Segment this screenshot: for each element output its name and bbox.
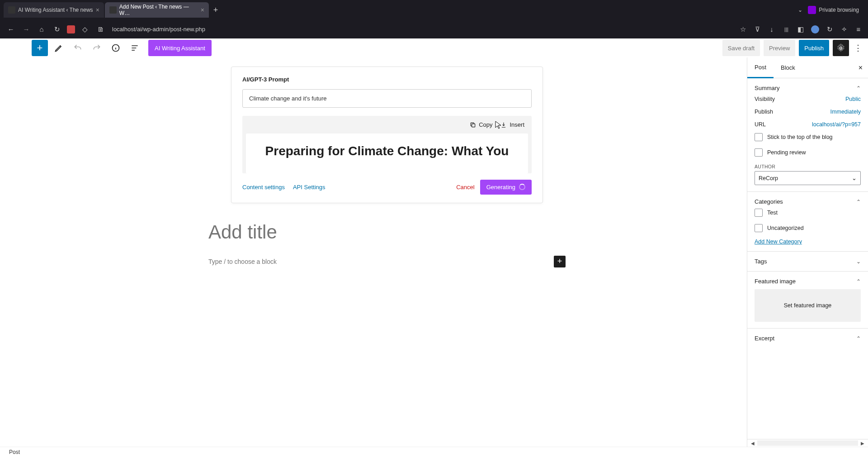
undo-button[interactable] bbox=[70, 40, 86, 56]
scroll-track[interactable] bbox=[757, 440, 858, 446]
extensions-icon[interactable]: ✧ bbox=[840, 25, 848, 33]
scroll-left-icon[interactable]: ◀ bbox=[751, 441, 755, 446]
chevron-down-icon: ⌄ bbox=[856, 258, 861, 265]
svg-point-2 bbox=[840, 47, 842, 49]
redo-button[interactable] bbox=[89, 40, 105, 56]
url-label: URL bbox=[755, 121, 766, 128]
publish-label: Publish bbox=[755, 109, 773, 115]
author-select[interactable]: ReCorp ⌄ bbox=[755, 171, 861, 185]
account-icon[interactable] bbox=[811, 25, 819, 33]
reload-button[interactable]: ↻ bbox=[52, 24, 62, 35]
details-button[interactable] bbox=[108, 40, 124, 56]
post-title-area: Add title Type / to choose a block + bbox=[208, 221, 566, 267]
summary-toggle[interactable]: Summary ⌃ bbox=[755, 85, 861, 91]
sticky-checkbox[interactable] bbox=[755, 133, 763, 141]
spinner-icon bbox=[519, 184, 525, 190]
excerpt-toggle[interactable]: Excerpt ⌃ bbox=[755, 335, 861, 342]
tab-block[interactable]: Block bbox=[774, 58, 802, 77]
edit-mode-button[interactable] bbox=[51, 40, 67, 56]
publish-value[interactable]: Immediately bbox=[830, 109, 861, 115]
tab-favicon bbox=[109, 6, 117, 14]
menu-icon[interactable]: ≡ bbox=[854, 25, 863, 33]
sidebar-hscroll: ◀ ▶ bbox=[747, 439, 868, 447]
close-sidebar-button[interactable]: × bbox=[853, 64, 868, 72]
cancel-button[interactable]: Cancel bbox=[456, 184, 474, 191]
category-label: Uncategorized bbox=[767, 225, 804, 231]
ai-writing-assistant-button[interactable]: AI Writing Assistant bbox=[148, 40, 212, 56]
admin-left-strip bbox=[0, 38, 27, 447]
publish-button[interactable]: Publish bbox=[799, 40, 829, 56]
chevron-down-icon: ⌄ bbox=[852, 175, 857, 181]
private-label: Private browsing bbox=[819, 7, 859, 13]
shield-icon[interactable]: ◇ bbox=[80, 24, 90, 35]
outline-button[interactable] bbox=[127, 40, 143, 56]
ai-output-text: Preparing for Climate Change: What You bbox=[246, 134, 528, 173]
ai-prompt-input[interactable] bbox=[242, 89, 532, 108]
block-inserter-button[interactable]: + bbox=[32, 40, 48, 56]
title-input[interactable]: Add title bbox=[208, 221, 566, 243]
api-settings-link[interactable]: API Settings bbox=[293, 184, 326, 191]
bookmark-icon[interactable]: ☆ bbox=[739, 25, 747, 33]
url-value[interactable]: localhost/ai/?p=957 bbox=[812, 121, 861, 128]
forward-button[interactable]: → bbox=[21, 24, 32, 35]
preview-button[interactable]: Preview bbox=[764, 40, 795, 56]
visibility-label: Visibility bbox=[755, 96, 775, 102]
set-featured-image-button[interactable]: Set featured image bbox=[755, 289, 861, 322]
ublock-icon[interactable] bbox=[67, 25, 75, 33]
address-bar: ← → ⌂ ↻ ◇ 🗎 localhost/ai/wp-admin/post-n… bbox=[0, 20, 868, 38]
excerpt-section: Excerpt ⌃ bbox=[747, 329, 868, 348]
tab-favicon bbox=[8, 6, 15, 14]
generate-button[interactable]: Generating bbox=[480, 180, 532, 195]
categories-toggle[interactable]: Categories ⌃ bbox=[755, 198, 861, 205]
insert-button[interactable]: Insert bbox=[500, 121, 524, 128]
content-settings-link[interactable]: Content settings bbox=[242, 184, 285, 191]
author-label: AUTHOR bbox=[755, 164, 861, 169]
category-label: Test bbox=[767, 210, 778, 216]
sidebar-tabs: Post Block × bbox=[747, 57, 868, 78]
tags-toggle[interactable]: Tags ⌄ bbox=[755, 258, 861, 265]
editor-canvas[interactable]: AI/GPT-3 Prompt Copy Insert Preparing fo… bbox=[27, 57, 747, 447]
ai-output-box: Copy Insert Preparing for Climate Change… bbox=[242, 116, 532, 173]
block-placeholder[interactable]: Type / to choose a block bbox=[208, 258, 554, 265]
options-button[interactable]: ⋮ bbox=[853, 43, 863, 53]
featured-toggle[interactable]: Featured image ⌃ bbox=[755, 278, 861, 285]
visibility-value[interactable]: Public bbox=[845, 96, 861, 102]
settings-button[interactable] bbox=[833, 40, 849, 56]
editor-toolbar: + AI Writing Assistant Save draft Previe… bbox=[27, 38, 868, 57]
save-draft-button[interactable]: Save draft bbox=[722, 40, 760, 56]
pending-checkbox[interactable] bbox=[755, 148, 763, 157]
category-checkbox[interactable] bbox=[755, 209, 763, 217]
url-input[interactable]: localhost/ai/wp-admin/post-new.php bbox=[110, 26, 734, 33]
scroll-right-icon[interactable]: ▶ bbox=[861, 441, 864, 446]
chevron-up-icon: ⌃ bbox=[856, 199, 861, 205]
browser-tab-1[interactable]: Add New Post ‹ The news — W… × bbox=[105, 2, 209, 18]
featured-image-section: Featured image ⌃ Set featured image bbox=[747, 272, 868, 329]
library-icon[interactable]: ⫼ bbox=[782, 25, 790, 33]
browser-tab-0[interactable]: AI Writing Assistant ‹ The news × bbox=[4, 2, 104, 18]
categories-section: Categories ⌃ Test Uncategorized Add New … bbox=[747, 192, 868, 252]
browser-chrome: AI Writing Assistant ‹ The news × Add Ne… bbox=[0, 0, 868, 38]
add-block-button[interactable]: + bbox=[554, 256, 566, 267]
copy-button[interactable]: Copy bbox=[470, 121, 492, 128]
mask-icon bbox=[808, 6, 816, 14]
reload-ext-icon[interactable]: ↻ bbox=[826, 25, 834, 33]
home-button[interactable]: ⌂ bbox=[36, 24, 47, 35]
status-bar: Post bbox=[0, 447, 868, 458]
sidebar-icon[interactable]: ◧ bbox=[797, 25, 805, 33]
back-button[interactable]: ← bbox=[5, 24, 16, 35]
private-browsing-badge: Private browsing bbox=[808, 6, 859, 14]
insert-label: Insert bbox=[509, 121, 524, 128]
settings-sidebar: Post Block × Summary ⌃ Visibility Public… bbox=[747, 57, 868, 447]
tab-post[interactable]: Post bbox=[747, 57, 774, 78]
lock-icon[interactable]: 🗎 bbox=[95, 24, 106, 35]
add-category-link[interactable]: Add New Category bbox=[755, 239, 802, 245]
pending-label: Pending review bbox=[767, 149, 806, 156]
new-tab-button[interactable]: + bbox=[210, 5, 222, 15]
downloads-icon[interactable]: ↓ bbox=[768, 25, 776, 33]
category-checkbox[interactable] bbox=[755, 224, 763, 232]
generate-label: Generating bbox=[486, 184, 515, 191]
chevron-down-icon[interactable]: ⌄ bbox=[798, 7, 802, 13]
close-icon[interactable]: × bbox=[96, 6, 99, 14]
close-icon[interactable]: × bbox=[201, 6, 204, 14]
pocket-icon[interactable]: ⊽ bbox=[753, 25, 761, 33]
